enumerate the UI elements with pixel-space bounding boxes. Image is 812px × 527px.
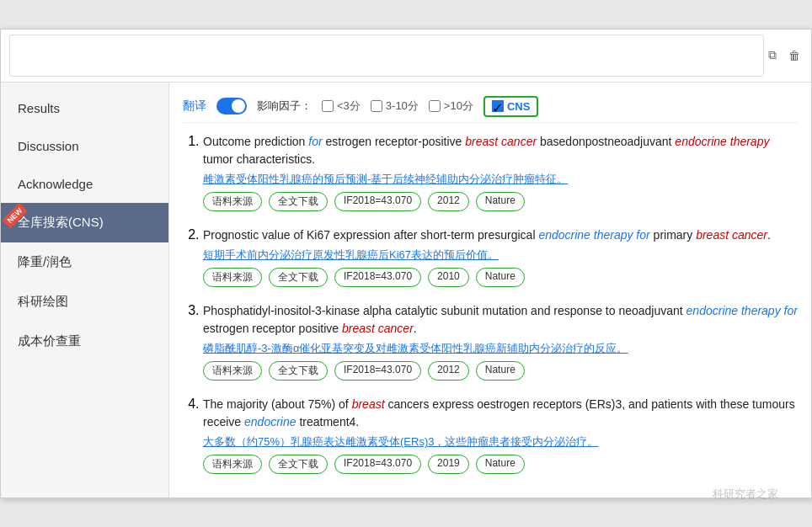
result-list: Outcome prediction for estrogen receptor… (183, 133, 798, 475)
result-title-2: Prognostic value of Ki67 expression afte… (203, 226, 798, 244)
title-part: endocrine therapy for (538, 228, 649, 242)
result-title-4: The majority (about 75%) of breast cance… (203, 396, 798, 431)
tag-----[interactable]: 语料来源 (203, 268, 262, 287)
title-part: The majority (about 75%) of (203, 397, 352, 411)
title-part: breast cancer (465, 135, 537, 148)
title-part: estrogen receptor-positive (323, 135, 466, 148)
main-window: ⧉ 🗑 ResultsDiscussionAcknowledge全库搜索(CNS… (0, 29, 812, 499)
tag-2012[interactable]: 2012 (428, 192, 469, 211)
tag-IF2018-43-070[interactable]: IF2018=43.070 (334, 361, 421, 381)
tag-IF2018-43-070[interactable]: IF2018=43.070 (334, 455, 421, 474)
filter-less3-label: <3分 (337, 98, 361, 114)
title-part: Outcome prediction (203, 135, 308, 148)
filter-more10-label: >10分 (444, 98, 473, 114)
title-part: Phosphatidyl-inositol-3-kinase alpha cat… (203, 304, 686, 317)
result-translation-3: 磷脂酰肌醇-3-激酶α催化亚基突变及对雌激素受体阳性乳腺癌新辅助内分泌治疗的反应… (203, 341, 798, 356)
tags-row-1: 语料来源全文下载IF2018=43.0702012Nature (203, 192, 798, 211)
tag-2019[interactable]: 2019 (428, 455, 469, 474)
title-part: . (414, 322, 417, 335)
filter-more10-checkbox[interactable] (429, 100, 441, 112)
impact-factor-label: 影响因子： (257, 98, 312, 114)
tag-2010[interactable]: 2010 (428, 268, 469, 287)
toggle-knob (232, 99, 245, 113)
tags-row-2: 语料来源全文下载IF2018=43.0702010Nature (203, 268, 798, 287)
sidebar-item-full-search[interactable]: 全库搜索(CNS) (1, 203, 168, 242)
result-translation-4: 大多数（约75%）乳腺癌表达雌激素受体(ERs)3，这些肿瘤患者接受内分泌治疗。 (203, 434, 798, 450)
tag-Nature[interactable]: Nature (476, 361, 525, 381)
window-icons: ⧉ 🗑 (764, 47, 803, 64)
sidebar-item-discussion[interactable]: Discussion (1, 127, 168, 165)
main-layout: ResultsDiscussionAcknowledge全库搜索(CNS)降重/… (1, 83, 811, 498)
result-item-4: The majority (about 75%) of breast cance… (203, 396, 798, 474)
search-input-area[interactable] (9, 35, 764, 77)
cns-label: CNS (507, 100, 530, 113)
title-part: treatment4. (296, 415, 360, 429)
filter-3to10-checkbox[interactable] (371, 100, 382, 112)
result-translation-2: 短期手术前内分泌治疗原发性乳腺癌后Ki67表达的预后价值。 (203, 248, 798, 263)
title-part: primary (650, 228, 696, 242)
tag-----[interactable]: 语料来源 (203, 455, 262, 474)
title-part: breast cancer (696, 228, 767, 242)
title-part: for (308, 135, 322, 148)
result-title-1: Outcome prediction for estrogen receptor… (203, 133, 798, 168)
sidebar-item-cost[interactable]: 成本价查重 (1, 322, 168, 361)
copy-icon[interactable]: ⧉ (764, 47, 781, 64)
tag-Nature[interactable]: Nature (476, 192, 525, 211)
sidebar-item-drawing[interactable]: 科研绘图 (1, 282, 168, 322)
tags-row-4: 语料来源全文下载IF2018=43.0702019Nature (203, 455, 798, 474)
translate-toggle[interactable] (216, 98, 247, 114)
tags-row-3: 语料来源全文下载IF2018=43.0702012Nature (203, 361, 798, 381)
tag-----[interactable]: 全文下载 (269, 268, 328, 287)
title-part: endocrine therapy (675, 135, 769, 148)
filter-more10[interactable]: >10分 (429, 98, 473, 114)
title-part: . (767, 228, 771, 242)
result-translation-1: 雌激素受体阳性乳腺癌的预后预测-基于后续神经辅助内分泌治疗肿瘤特征。 (203, 172, 798, 187)
title-part: endocrine therapy for (686, 304, 798, 317)
toolbar-top: ⧉ 🗑 (1, 29, 811, 83)
sidebar-item-acknowledge[interactable]: Acknowledge (1, 165, 168, 203)
cns-checkbox[interactable]: ✓ (492, 100, 504, 112)
result-title-3: Phosphatidyl-inositol-3-kinase alpha cat… (203, 302, 798, 338)
result-item-1: Outcome prediction for estrogen receptor… (203, 133, 798, 211)
sidebar-item-reduce[interactable]: 降重/润色 (1, 242, 168, 282)
delete-icon[interactable]: 🗑 (786, 47, 803, 64)
filter-bar: 翻译 影响因子： <3分 3-10分 >10分 ✓ (183, 91, 798, 123)
tag-----[interactable]: 全文下载 (269, 192, 328, 211)
tag-Nature[interactable]: Nature (476, 455, 525, 474)
result-item-2: Prognostic value of Ki67 expression afte… (203, 226, 798, 287)
tag-IF2018-43-070[interactable]: IF2018=43.070 (334, 268, 421, 287)
sidebar: ResultsDiscussionAcknowledge全库搜索(CNS)降重/… (1, 83, 169, 498)
result-item-3: Phosphatidyl-inositol-3-kinase alpha cat… (203, 302, 798, 381)
tag-----[interactable]: 全文下载 (269, 361, 328, 381)
title-part: Prognostic value of Ki67 expression afte… (203, 228, 538, 242)
translate-label: 翻译 (183, 98, 206, 114)
title-part: tumor characteristics. (203, 152, 315, 166)
content-area: 翻译 影响因子： <3分 3-10分 >10分 ✓ (169, 83, 811, 498)
tag-----[interactable]: 语料来源 (203, 192, 262, 211)
sidebar-item-results[interactable]: Results (1, 89, 168, 127)
title-part: endocrine (244, 415, 296, 429)
tag-IF2018-43-070[interactable]: IF2018=43.070 (334, 192, 421, 211)
filter-3to10[interactable]: 3-10分 (371, 98, 419, 114)
filter-3to10-label: 3-10分 (386, 98, 419, 114)
title-part: estrogen receptor positive (203, 322, 342, 335)
title-part: breast cancer (342, 322, 414, 335)
filter-less3[interactable]: <3分 (322, 98, 361, 114)
tag-Nature[interactable]: Nature (476, 268, 525, 287)
cns-filter-box[interactable]: ✓ CNS (483, 96, 538, 117)
tag-----[interactable]: 全文下载 (269, 455, 328, 474)
filter-less3-checkbox[interactable] (322, 100, 334, 112)
tag-----[interactable]: 语料来源 (203, 361, 262, 381)
tag-2012[interactable]: 2012 (428, 361, 469, 381)
title-part: basedonpostneoadjuvant (537, 135, 675, 148)
title-part: breast (352, 397, 385, 411)
